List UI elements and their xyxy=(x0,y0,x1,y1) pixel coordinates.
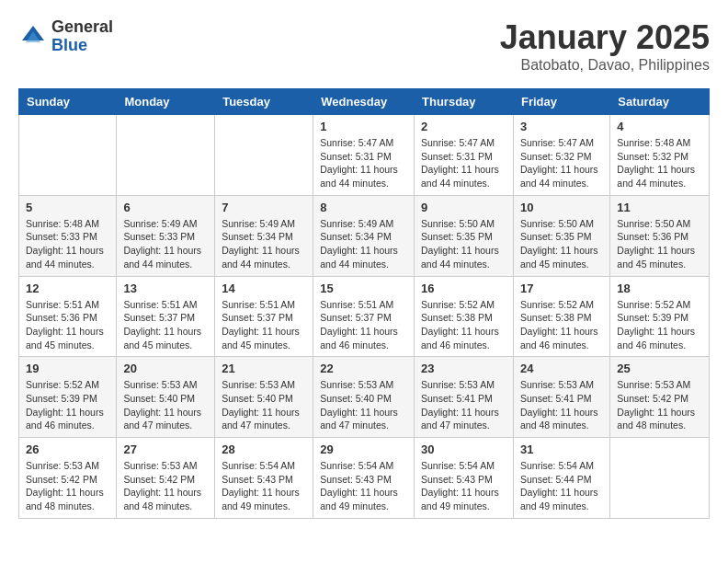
day-number: 25 xyxy=(617,362,702,375)
day-info: Sunrise: 5:53 AM Sunset: 5:40 PM Dayligh… xyxy=(222,378,306,432)
calendar-cell: 14Sunrise: 5:51 AM Sunset: 5:37 PM Dayli… xyxy=(215,276,313,357)
day-info: Sunrise: 5:49 AM Sunset: 5:33 PM Dayligh… xyxy=(123,217,208,271)
day-info: Sunrise: 5:52 AM Sunset: 5:38 PM Dayligh… xyxy=(421,298,506,352)
calendar-cell: 31Sunrise: 5:54 AM Sunset: 5:44 PM Dayli… xyxy=(513,438,609,519)
weekday-header: Sunday xyxy=(19,89,117,115)
day-info: Sunrise: 5:54 AM Sunset: 5:43 PM Dayligh… xyxy=(222,459,306,513)
day-number: 27 xyxy=(123,442,208,456)
calendar-cell: 23Sunrise: 5:53 AM Sunset: 5:41 PM Dayli… xyxy=(415,357,514,438)
day-number: 13 xyxy=(123,282,208,295)
day-number: 19 xyxy=(26,362,109,375)
calendar-cell xyxy=(19,115,117,196)
weekday-header: Tuesday xyxy=(215,89,313,115)
day-number: 26 xyxy=(26,442,109,456)
day-info: Sunrise: 5:50 AM Sunset: 5:35 PM Dayligh… xyxy=(421,217,506,271)
day-number: 9 xyxy=(421,201,506,214)
page-header: General Blue January 2025 Batobato, Dava… xyxy=(18,18,710,74)
calendar-cell: 30Sunrise: 5:54 AM Sunset: 5:43 PM Dayli… xyxy=(415,438,514,519)
day-info: Sunrise: 5:54 AM Sunset: 5:43 PM Dayligh… xyxy=(421,459,506,513)
day-number: 18 xyxy=(617,282,702,295)
calendar-cell: 19Sunrise: 5:52 AM Sunset: 5:39 PM Dayli… xyxy=(19,357,117,438)
calendar-cell: 2Sunrise: 5:47 AM Sunset: 5:31 PM Daylig… xyxy=(415,115,514,196)
day-number: 6 xyxy=(123,201,208,214)
calendar-cell: 16Sunrise: 5:52 AM Sunset: 5:38 PM Dayli… xyxy=(415,276,514,357)
day-number: 22 xyxy=(320,362,407,375)
weekday-header: Thursday xyxy=(415,89,514,115)
calendar-cell xyxy=(215,115,313,196)
day-number: 1 xyxy=(320,120,407,133)
calendar-cell: 18Sunrise: 5:52 AM Sunset: 5:39 PM Dayli… xyxy=(610,276,710,357)
day-number: 5 xyxy=(26,201,109,214)
title-section: January 2025 Batobato, Davao, Philippine… xyxy=(500,18,710,74)
day-number: 21 xyxy=(222,362,306,375)
location: Batobato, Davao, Philippines xyxy=(500,57,710,74)
calendar-cell: 3Sunrise: 5:47 AM Sunset: 5:32 PM Daylig… xyxy=(513,115,609,196)
day-number: 4 xyxy=(617,120,702,133)
logo: General Blue xyxy=(18,18,113,55)
logo-text: General Blue xyxy=(51,18,113,55)
calendar-cell: 29Sunrise: 5:54 AM Sunset: 5:43 PM Dayli… xyxy=(313,438,415,519)
logo-icon xyxy=(18,22,48,52)
day-number: 31 xyxy=(520,442,603,456)
weekday-header: Saturday xyxy=(610,89,710,115)
calendar-cell: 17Sunrise: 5:52 AM Sunset: 5:38 PM Dayli… xyxy=(513,276,609,357)
day-info: Sunrise: 5:47 AM Sunset: 5:32 PM Dayligh… xyxy=(520,136,603,190)
day-info: Sunrise: 5:52 AM Sunset: 5:39 PM Dayligh… xyxy=(617,298,702,352)
logo-general: General xyxy=(51,18,113,37)
day-number: 23 xyxy=(421,362,506,375)
day-number: 20 xyxy=(123,362,208,375)
calendar-body: 1Sunrise: 5:47 AM Sunset: 5:31 PM Daylig… xyxy=(19,115,710,519)
calendar-cell: 25Sunrise: 5:53 AM Sunset: 5:42 PM Dayli… xyxy=(610,357,710,438)
calendar-cell: 10Sunrise: 5:50 AM Sunset: 5:35 PM Dayli… xyxy=(513,195,609,276)
calendar-cell: 26Sunrise: 5:53 AM Sunset: 5:42 PM Dayli… xyxy=(19,438,117,519)
day-number: 15 xyxy=(320,282,407,295)
calendar-table: SundayMondayTuesdayWednesdayThursdayFrid… xyxy=(18,88,710,519)
calendar-cell: 12Sunrise: 5:51 AM Sunset: 5:36 PM Dayli… xyxy=(19,276,117,357)
calendar-week-row: 1Sunrise: 5:47 AM Sunset: 5:31 PM Daylig… xyxy=(19,115,710,196)
day-number: 2 xyxy=(421,120,506,133)
calendar-week-row: 26Sunrise: 5:53 AM Sunset: 5:42 PM Dayli… xyxy=(19,438,710,519)
calendar-cell: 15Sunrise: 5:51 AM Sunset: 5:37 PM Dayli… xyxy=(313,276,415,357)
weekday-header: Wednesday xyxy=(313,89,415,115)
day-number: 28 xyxy=(222,442,306,456)
calendar-cell: 7Sunrise: 5:49 AM Sunset: 5:34 PM Daylig… xyxy=(215,195,313,276)
day-info: Sunrise: 5:47 AM Sunset: 5:31 PM Dayligh… xyxy=(421,136,506,190)
calendar-week-row: 19Sunrise: 5:52 AM Sunset: 5:39 PM Dayli… xyxy=(19,357,710,438)
day-info: Sunrise: 5:53 AM Sunset: 5:41 PM Dayligh… xyxy=(421,378,506,432)
weekday-header: Friday xyxy=(513,89,609,115)
day-info: Sunrise: 5:51 AM Sunset: 5:37 PM Dayligh… xyxy=(320,298,407,352)
day-info: Sunrise: 5:50 AM Sunset: 5:36 PM Dayligh… xyxy=(617,217,702,271)
day-info: Sunrise: 5:48 AM Sunset: 5:33 PM Dayligh… xyxy=(26,217,109,271)
calendar-cell: 1Sunrise: 5:47 AM Sunset: 5:31 PM Daylig… xyxy=(313,115,415,196)
calendar-cell: 28Sunrise: 5:54 AM Sunset: 5:43 PM Dayli… xyxy=(215,438,313,519)
day-number: 8 xyxy=(320,201,407,214)
calendar-cell xyxy=(117,115,215,196)
day-number: 3 xyxy=(520,120,603,133)
day-info: Sunrise: 5:51 AM Sunset: 5:37 PM Dayligh… xyxy=(222,298,306,352)
day-info: Sunrise: 5:53 AM Sunset: 5:40 PM Dayligh… xyxy=(123,378,208,432)
day-info: Sunrise: 5:52 AM Sunset: 5:38 PM Dayligh… xyxy=(520,298,603,352)
calendar-cell: 27Sunrise: 5:53 AM Sunset: 5:42 PM Dayli… xyxy=(117,438,215,519)
logo-blue: Blue xyxy=(51,37,113,55)
day-info: Sunrise: 5:51 AM Sunset: 5:37 PM Dayligh… xyxy=(123,298,208,352)
day-info: Sunrise: 5:52 AM Sunset: 5:39 PM Dayligh… xyxy=(26,378,109,432)
calendar-cell: 13Sunrise: 5:51 AM Sunset: 5:37 PM Dayli… xyxy=(117,276,215,357)
day-info: Sunrise: 5:50 AM Sunset: 5:35 PM Dayligh… xyxy=(520,217,603,271)
day-number: 30 xyxy=(421,442,506,456)
day-number: 11 xyxy=(617,201,702,214)
calendar-cell xyxy=(610,438,710,519)
calendar-cell: 6Sunrise: 5:49 AM Sunset: 5:33 PM Daylig… xyxy=(117,195,215,276)
day-number: 29 xyxy=(320,442,407,456)
day-number: 12 xyxy=(26,282,109,295)
calendar-cell: 9Sunrise: 5:50 AM Sunset: 5:35 PM Daylig… xyxy=(415,195,514,276)
day-info: Sunrise: 5:53 AM Sunset: 5:40 PM Dayligh… xyxy=(320,378,407,432)
calendar-cell: 4Sunrise: 5:48 AM Sunset: 5:32 PM Daylig… xyxy=(610,115,710,196)
day-info: Sunrise: 5:54 AM Sunset: 5:44 PM Dayligh… xyxy=(520,459,603,513)
calendar-week-row: 5Sunrise: 5:48 AM Sunset: 5:33 PM Daylig… xyxy=(19,195,710,276)
weekday-row: SundayMondayTuesdayWednesdayThursdayFrid… xyxy=(19,89,710,115)
month-title: January 2025 xyxy=(500,18,710,57)
calendar-cell: 11Sunrise: 5:50 AM Sunset: 5:36 PM Dayli… xyxy=(610,195,710,276)
day-number: 24 xyxy=(520,362,603,375)
day-number: 16 xyxy=(421,282,506,295)
calendar-cell: 21Sunrise: 5:53 AM Sunset: 5:40 PM Dayli… xyxy=(215,357,313,438)
